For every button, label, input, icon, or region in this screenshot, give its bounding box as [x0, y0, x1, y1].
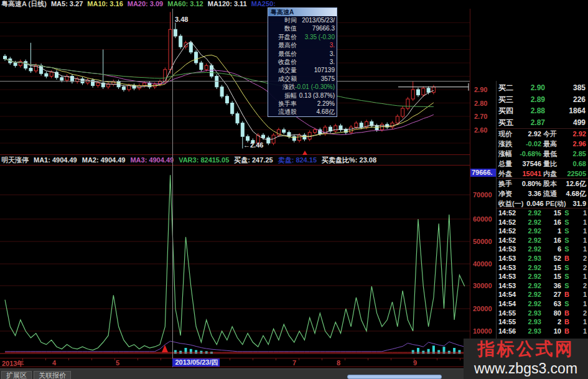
- tick-time: 14:53: [497, 272, 518, 281]
- price-peak-label: 3.48: [175, 16, 188, 23]
- header-item: 粤高速A (日线): [1, 0, 47, 7]
- tick-row: 14:522.9215S1: [497, 208, 588, 218]
- indicator-axis-label: 60000: [473, 215, 492, 223]
- quote-label: 股本: [541, 179, 560, 189]
- month-axis-label: 4: [52, 359, 56, 367]
- tick-row: 14:522.9216S1: [497, 218, 588, 227]
- tick-volume: 15: [541, 208, 561, 218]
- tick-row: 14:532.9215S1: [497, 272, 588, 281]
- tick-price: 2.92: [518, 236, 541, 245]
- quote-value: 37546: [515, 159, 541, 169]
- tick-direction-flag: S: [561, 236, 572, 245]
- header-item: MA5: 3.27: [51, 0, 83, 7]
- tooltip-row-value: -0.01 (-0.30%): [295, 83, 337, 91]
- quote-row: 现价2.92今开2.92: [497, 129, 588, 139]
- stock-app-window: 粤高速A (日线)MA5: 3.27MA10: 3.16MA20: 3.09MA…: [0, 0, 588, 379]
- indicator-axis-label: 10000: [473, 327, 492, 335]
- indicator-axis-label: 20000: [473, 305, 492, 312]
- tick-direction-flag: S: [561, 245, 572, 254]
- tooltip-row-label: 流通股: [268, 108, 297, 116]
- time-axis: 2013年 45789: [0, 358, 470, 367]
- quote-label: 总量: [497, 159, 515, 169]
- quote-tooltip: 粤高速A 时间2013/05/23/数值79666.3开盘价3.35 (-0.3…: [268, 7, 337, 117]
- quote-value: 2.96: [560, 139, 588, 149]
- header-item: MA20: 3.09: [128, 0, 163, 7]
- tooltip-row: 流通股4.68亿: [268, 108, 337, 116]
- quote-value: 3.36: [515, 189, 541, 199]
- month-axis-label: 7: [292, 359, 296, 367]
- tick-time: 14:55: [497, 309, 518, 318]
- tooltip-row-value: 2.29%: [297, 100, 337, 108]
- tick-count: 1: [572, 299, 588, 309]
- indicator-axis-label: 70000: [473, 191, 492, 199]
- month-axis-label: 5: [116, 359, 119, 367]
- bid-row-volume: 226: [545, 94, 588, 106]
- tick-time: 14:52: [497, 236, 518, 245]
- tick-direction-flag: S: [561, 218, 572, 227]
- tick-row: 14:532.9352B2: [497, 254, 588, 263]
- tooltip-row: 最高价3.: [268, 41, 337, 49]
- tick-row: 14:532.9236S2: [497, 281, 588, 291]
- tick-direction-flag: B: [561, 317, 572, 327]
- quote-value: 0.68: [560, 159, 588, 169]
- tooltip-row-value: 3.: [297, 50, 337, 58]
- bid-row-volume: 1864: [545, 105, 588, 117]
- indicator-axis-label: 50000: [473, 238, 492, 245]
- tick-time: 14:54: [497, 299, 518, 309]
- tick-time: 14:54: [497, 290, 518, 299]
- tooltip-row: 振幅0.13 (3.87%): [268, 91, 337, 100]
- tick-direction-flag: S: [561, 272, 572, 281]
- tick-direction-flag: B: [561, 290, 572, 299]
- tick-direction-flag: B: [561, 327, 572, 336]
- tooltip-row-value: 79666.3: [297, 24, 337, 32]
- tab-extended-area[interactable]: 扩展区: [1, 371, 32, 379]
- quote-value: 2.92: [515, 129, 541, 139]
- tooltip-row: 收盘价3.: [268, 58, 337, 66]
- tab-linked-quotes[interactable]: 关联报价: [34, 371, 71, 379]
- quote-value: -0.68%: [515, 149, 541, 159]
- horizontal-scrollbar-thumb[interactable]: [347, 375, 442, 379]
- quote-label: 外盘: [497, 169, 515, 178]
- indicator-header-item: MA3: 4904.49: [130, 156, 174, 164]
- tick-price: 2.92: [518, 299, 541, 309]
- tick-count: 1: [572, 236, 588, 245]
- tooltip-row-value: 3.35 (-0.30: [297, 33, 337, 41]
- tooltip-row-label: 换手率: [268, 100, 297, 108]
- tick-row: 14:532.926S1: [497, 245, 588, 254]
- quote-label: 内盘: [541, 169, 560, 178]
- quote-value: 0.80%: [515, 179, 541, 189]
- quote-label: 换手: [497, 179, 515, 189]
- tick-price: 2.92: [518, 208, 541, 218]
- indicator-header-item: MA1: 4904.49: [34, 156, 77, 164]
- header-item: MA250:: [251, 0, 276, 7]
- indicator-header-bar: 明天涨停MA1: 4904.49MA2: 4904.49MA3: 4904.49…: [0, 154, 470, 165]
- tick-count: 1: [572, 327, 588, 336]
- crosshair-vertical-line: [172, 9, 173, 367]
- tooltip-row: 成交量107139: [268, 66, 337, 74]
- tooltip-row: 成交额3575: [268, 75, 337, 83]
- tooltip-row-value: 3.: [297, 41, 337, 49]
- tick-time: 14:52: [497, 218, 518, 227]
- tooltip-row-label: 开盘价: [268, 33, 297, 41]
- tick-row: 14:542.9227B1: [497, 290, 588, 299]
- tick-count: 1: [572, 245, 588, 254]
- price-axis-label: 2.80: [474, 100, 487, 107]
- tick-price: 2.92: [518, 227, 541, 236]
- candlestick-chart[interactable]: [0, 9, 470, 154]
- tick-count: 1: [572, 218, 588, 227]
- indicator-header-item: 买卖盘比%: 23.08: [322, 156, 376, 164]
- tick-volume: 1: [541, 227, 561, 236]
- tick-volume: 16: [541, 236, 561, 245]
- tick-price: 2.92: [518, 272, 541, 281]
- quote-value: 31.9: [566, 199, 588, 208]
- quote-row: 涨幅-0.68%最低2.85: [497, 149, 588, 159]
- tick-direction-flag: B: [561, 254, 572, 263]
- quote-label: 涨幅: [497, 149, 515, 159]
- bid-row: 买四2.881864: [497, 105, 588, 117]
- tick-row: 14:552.932B1: [497, 317, 588, 327]
- quote-label: 收益(一): [497, 199, 523, 208]
- bid-row: 买五2.87499: [497, 117, 588, 129]
- tick-row: 14:522.9216S1: [497, 236, 588, 245]
- indicator-chart[interactable]: [0, 166, 470, 358]
- tick-direction-flag: S: [561, 281, 572, 291]
